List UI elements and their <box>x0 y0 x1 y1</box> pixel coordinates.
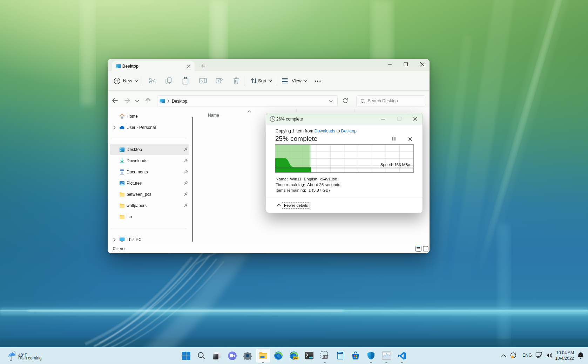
svg-text:CAN: CAN <box>293 357 298 359</box>
svg-text:Speed: 166 MB/s: Speed: 166 MB/s <box>380 163 411 167</box>
svg-text:z: z <box>582 352 583 355</box>
svg-text:A: A <box>201 79 203 83</box>
svg-text:z: z <box>580 354 581 357</box>
